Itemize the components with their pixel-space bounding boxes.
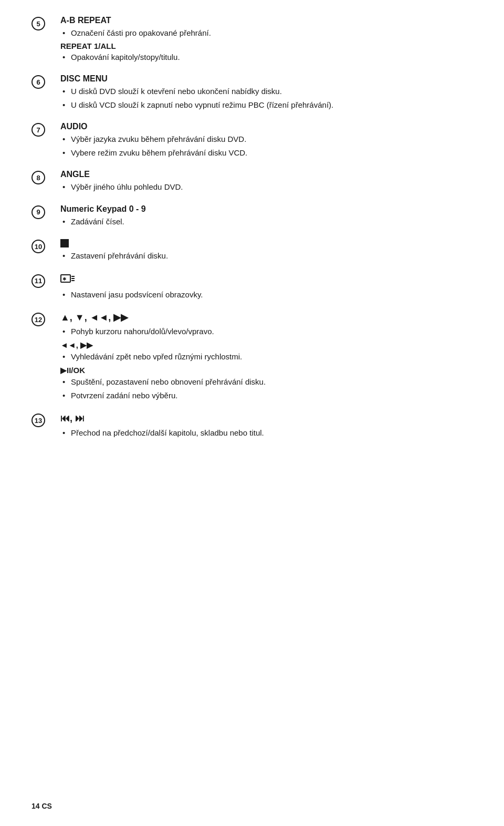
list-item: Spuštění, pozastavení nebo obnovení přeh… — [60, 376, 472, 388]
bullet-list-12: Pohyb kurzoru nahoru/dolů/vlevo/vpravo. — [60, 326, 472, 338]
section-number-8: 8 — [32, 170, 60, 184]
section-title-12: ▲, ▼, ◄◄, ▶▶ — [60, 312, 472, 324]
list-item: Pohyb kurzoru nahoru/dolů/vlevo/vpravo. — [60, 326, 472, 338]
section-number-9: 9 — [32, 204, 60, 219]
circle-8: 8 — [32, 171, 45, 184]
section-title-9: Numeric Keypad 0 - 9 — [60, 204, 472, 214]
bullet-list-10: Zastavení přehrávání disku. — [60, 250, 472, 262]
sub-section-5-1: REPEAT 1/ALL Opakování kapitoly/stopy/ti… — [60, 42, 472, 64]
bullet-list-5: Označení části pro opakované přehrání. — [60, 27, 472, 39]
section-12: 12 ▲, ▼, ◄◄, ▶▶ Pohyb kurzoru nahoru/dol… — [32, 312, 472, 403]
section-10: 10 Zastavení přehrávání disku. — [32, 239, 472, 264]
circle-5: 5 — [32, 17, 45, 30]
section-title-10 — [60, 239, 472, 248]
list-item: Přechod na předchozí/další kapitolu, skl… — [60, 427, 472, 439]
section-content-11: ✱ Nastavení jasu podsvícení obrazovky. — [60, 273, 472, 303]
section-number-12: 12 — [32, 312, 60, 326]
list-item: Opakování kapitoly/stopy/titulu. — [60, 51, 472, 64]
bullet-list-8: Výběr jiného úhlu pohledu DVD. — [60, 181, 472, 193]
section-title-13: ⏮, ⏭ — [60, 412, 472, 425]
section-title-7: AUDIO — [60, 122, 472, 131]
section-5: 5 A-B REPEAT Označení části pro opakovan… — [32, 16, 472, 65]
sub-section-12-1: ◄◄, ▶▶ Vyhledávání zpět nebo vpřed různý… — [60, 340, 472, 363]
section-6: 6 DISC MENU U disků DVD slouží k otevřen… — [32, 74, 472, 112]
section-content-9: Numeric Keypad 0 - 9 Zadávání čísel. — [60, 204, 472, 230]
section-number-11: 11 — [32, 273, 60, 288]
sub-title-5-1: REPEAT 1/ALL — [60, 42, 472, 50]
list-item: Zastavení přehrávání disku. — [60, 250, 472, 262]
sub-bullet-list-5-1: Opakování kapitoly/stopy/titulu. — [60, 51, 472, 64]
section-content-13: ⏮, ⏭ Přechod na předchozí/další kapitolu… — [60, 412, 472, 440]
bullet-list-7: Výběr jazyka zvuku během přehrávání disk… — [60, 133, 472, 159]
brightness-icon: ✱ — [60, 277, 75, 286]
stop-icon — [60, 239, 69, 247]
list-item: Zadávání čísel. — [60, 216, 472, 228]
sub-section-12-2: ▶II/OK Spuštění, pozastavení nebo obnove… — [60, 365, 472, 402]
sub-title-12-2: ▶II/OK — [60, 365, 472, 376]
section-content-8: ANGLE Výběr jiného úhlu pohledu DVD. — [60, 170, 472, 195]
list-item: Potvrzení zadání nebo výběru. — [60, 390, 472, 402]
circle-12: 12 — [32, 313, 45, 326]
svg-text:✱: ✱ — [62, 276, 67, 282]
section-content-12: ▲, ▼, ◄◄, ▶▶ Pohyb kurzoru nahoru/dolů/v… — [60, 312, 472, 403]
list-item: Nastavení jasu podsvícení obrazovky. — [60, 289, 472, 301]
section-number-13: 13 — [32, 412, 60, 427]
circle-13: 13 — [32, 414, 45, 427]
sub-title-12-1: ◄◄, ▶▶ — [60, 340, 472, 350]
page-footer: 14 CS — [32, 802, 52, 810]
list-item: Vyhledávání zpět nebo vpřed různými rych… — [60, 351, 472, 363]
section-title-11: ✱ — [60, 273, 472, 287]
list-item: Výběr jiného úhlu pohledu DVD. — [60, 181, 472, 193]
page: 5 A-B REPEAT Označení části pro opakovan… — [0, 0, 504, 826]
section-8: 8 ANGLE Výběr jiného úhlu pohledu DVD. — [32, 170, 472, 195]
list-item: Vybere režim zvuku během přehrávání disk… — [60, 147, 472, 159]
circle-11: 11 — [32, 274, 45, 288]
sub-bullet-list-12-2: Spuštění, pozastavení nebo obnovení přeh… — [60, 376, 472, 401]
list-item: U disků DVD slouží k otevření nebo ukonč… — [60, 86, 472, 98]
sub-bullet-list-12-1: Vyhledávání zpět nebo vpřed různými rych… — [60, 351, 472, 363]
section-content-5: A-B REPEAT Označení části pro opakované … — [60, 16, 472, 65]
section-number-6: 6 — [32, 74, 60, 89]
list-item: U disků VCD slouží k zapnutí nebo vypnut… — [60, 99, 472, 111]
bullet-list-6: U disků DVD slouží k otevření nebo ukonč… — [60, 86, 472, 111]
circle-10: 10 — [32, 240, 45, 253]
section-content-10: Zastavení přehrávání disku. — [60, 239, 472, 264]
circle-9: 9 — [32, 205, 45, 219]
section-number-5: 5 — [32, 16, 60, 30]
section-13: 13 ⏮, ⏭ Přechod na předchozí/další kapit… — [32, 412, 472, 440]
section-title-6: DISC MENU — [60, 74, 472, 84]
bullet-list-13: Přechod na předchozí/další kapitolu, skl… — [60, 427, 472, 439]
bullet-list-9: Zadávání čísel. — [60, 216, 472, 228]
section-number-7: 7 — [32, 122, 60, 137]
section-content-7: AUDIO Výběr jazyka zvuku během přehráván… — [60, 122, 472, 160]
circle-6: 6 — [32, 75, 45, 89]
section-number-10: 10 — [32, 239, 60, 253]
section-11: 11 ✱ Nastavení jasu podsvícení obrazovky… — [32, 273, 472, 303]
section-title-8: ANGLE — [60, 170, 472, 179]
list-item: Výběr jazyka zvuku během přehrávání disk… — [60, 133, 472, 146]
section-content-6: DISC MENU U disků DVD slouží k otevření … — [60, 74, 472, 112]
bullet-list-11: Nastavení jasu podsvícení obrazovky. — [60, 289, 472, 301]
circle-7: 7 — [32, 123, 45, 137]
section-9: 9 Numeric Keypad 0 - 9 Zadávání čísel. — [32, 204, 472, 230]
section-7: 7 AUDIO Výběr jazyka zvuku během přehráv… — [32, 122, 472, 160]
list-item: Označení části pro opakované přehrání. — [60, 27, 472, 39]
section-title-5: A-B REPEAT — [60, 16, 472, 25]
